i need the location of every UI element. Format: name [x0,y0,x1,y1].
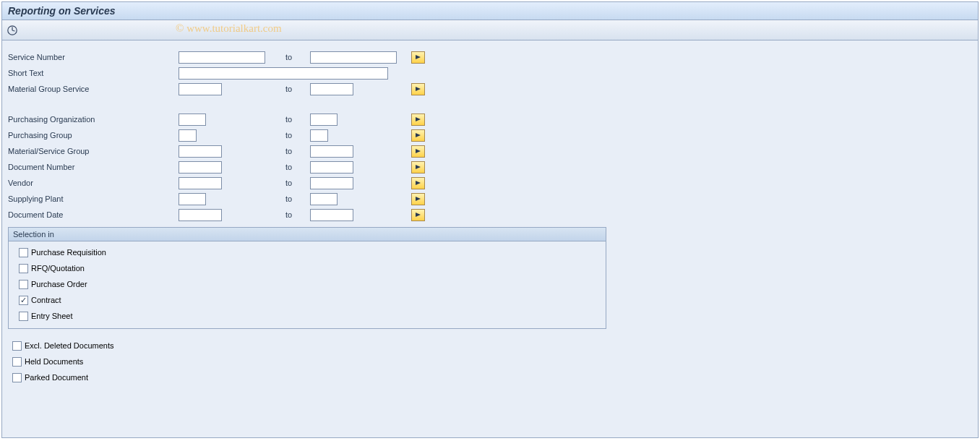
doc-number-to[interactable] [310,161,353,174]
to-label: to [285,147,310,155]
checkbox-entry-sheet[interactable] [19,312,28,321]
doc-number-from[interactable] [179,161,222,174]
label-short-text: Short Text [7,69,179,77]
to-label: to [285,163,310,171]
execute-icon[interactable] [7,25,18,36]
checkbox-rfq-quotation[interactable] [19,264,28,273]
mat-svc-grp-to[interactable] [310,145,353,158]
label-doc-date: Document Date [7,210,179,219]
selection-in-title: Selection in [9,228,606,241]
cb-label: Purchase Requisition [31,248,106,257]
doc-date-to[interactable] [310,209,353,221]
multi-select-button[interactable] [411,51,425,64]
to-label: to [285,131,310,140]
cb-label: Excl. Deleted Documents [25,341,114,350]
purch-org-from[interactable] [179,114,206,126]
doc-date-from[interactable] [179,209,222,221]
label-purch-org: Purchasing Organization [7,115,179,124]
to-label: to [285,179,310,187]
vendor-from[interactable] [179,177,222,189]
mat-svc-grp-from[interactable] [179,145,222,158]
to-label: to [285,210,310,219]
multi-select-button[interactable] [411,129,425,142]
checkbox-purchase-order[interactable] [19,280,28,289]
service-number-from[interactable] [179,51,265,64]
label-purch-grp: Purchasing Group [7,131,179,140]
mat-grp-svc-to[interactable] [310,83,353,95]
multi-select-button[interactable] [411,177,425,189]
cb-label: RFQ/Quotation [31,264,85,273]
multi-select-button[interactable] [411,161,425,174]
service-number-to[interactable] [310,51,397,64]
to-label: to [285,115,310,124]
cb-label: Contract [31,296,61,304]
toolbar: © www.tutorialkart.com [2,20,978,40]
cb-label: Purchase Order [31,280,87,288]
multi-select-button[interactable] [411,145,425,158]
purch-org-to[interactable] [310,114,338,126]
multi-select-button[interactable] [411,114,425,126]
label-mat-grp-svc: Material Group Service [7,85,179,93]
checkbox-contract[interactable] [19,296,28,305]
to-label: to [285,194,310,203]
to-label: to [285,53,310,61]
checkbox-held-documents[interactable] [12,357,22,367]
supply-plant-from[interactable] [179,193,206,205]
checkbox-parked-document[interactable] [12,373,22,382]
mat-grp-svc-from[interactable] [179,83,222,95]
to-label: to [285,85,310,93]
label-supply-plant: Supplying Plant [7,194,179,203]
svg-line-2 [12,30,15,31]
bottom-options: Excl. Deleted Documents Held Documents P… [7,329,973,385]
multi-select-button[interactable] [411,83,425,95]
form-area: Service Number to Short Text Material Gr… [2,40,978,390]
purch-grp-to[interactable] [310,129,328,142]
cb-label: Held Documents [25,357,83,366]
purch-grp-from[interactable] [179,129,197,142]
multi-select-button[interactable] [411,209,425,221]
short-text-input[interactable] [179,67,388,80]
checkbox-purchase-requisition[interactable] [19,248,28,257]
window: Reporting on Services © www.tutorialkart… [1,1,979,438]
page-title: Reporting on Services [2,2,978,20]
cb-label: Parked Document [25,373,88,382]
checkbox-excl-deleted[interactable] [12,341,22,351]
label-mat-svc-grp: Material/Service Group [7,147,179,155]
label-service-number: Service Number [7,53,179,61]
cb-label: Entry Sheet [31,312,72,320]
watermark: © www.tutorialkart.com [176,22,282,35]
selection-in-group: Selection in Purchase Requisition RFQ/Qu… [8,227,606,329]
vendor-to[interactable] [310,177,353,189]
multi-select-button[interactable] [411,193,425,205]
supply-plant-to[interactable] [310,193,338,205]
label-doc-number: Document Number [7,163,179,171]
label-vendor: Vendor [7,179,179,187]
